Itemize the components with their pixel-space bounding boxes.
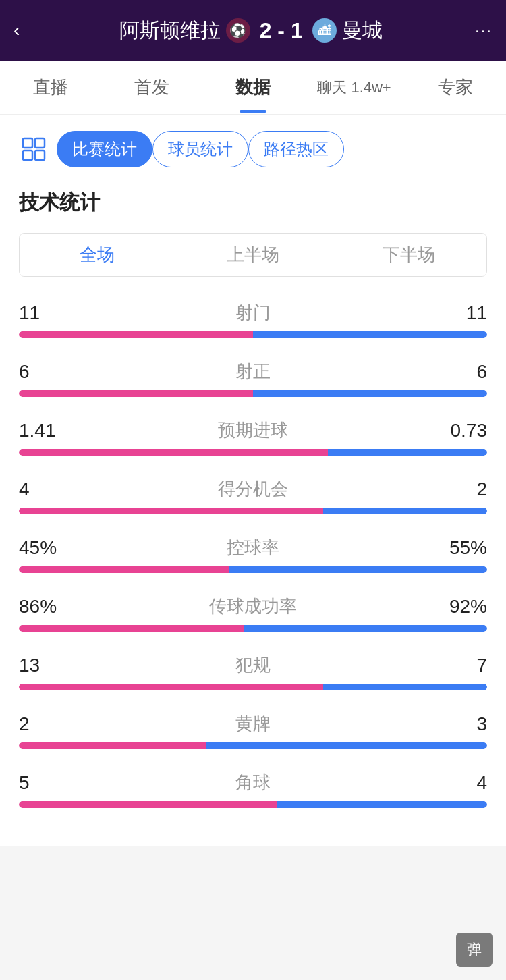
stat-bar-home (19, 742, 206, 749)
stat-row: 1.41 预期进球 0.73 (19, 418, 487, 456)
stat-bar-home (19, 684, 323, 690)
match-title: 阿斯顿维拉 ⚽ 2 - 1 🏙 曼城 (26, 17, 475, 45)
stat-name: 射正 (73, 360, 433, 383)
stat-left-value: 2 (19, 713, 73, 735)
stat-bar-home (19, 625, 244, 632)
stat-row: 45% 控球率 55% (19, 536, 487, 573)
stats-container: 11 射门 11 6 射正 6 1.41 预期进球 0.73 4 (19, 301, 487, 808)
sub-tab-match-stats[interactable]: 比赛统计 (57, 131, 152, 167)
sub-tab-heatmap[interactable]: 路径热区 (248, 131, 344, 167)
stat-bar (19, 625, 487, 632)
svg-rect-2 (23, 151, 32, 160)
stat-bar-home (19, 390, 253, 397)
stat-right-value: 55% (433, 537, 487, 559)
stat-bar (19, 801, 487, 808)
stat-row: 6 射正 6 (19, 360, 487, 397)
stat-right-value: 11 (433, 302, 487, 324)
stat-bar (19, 390, 487, 397)
tab-data[interactable]: 数据 (202, 62, 304, 113)
tab-live[interactable]: 直播 (0, 62, 101, 113)
stat-right-value: 2 (433, 479, 487, 500)
sub-navigation: 比赛统计 球员统计 路径热区 (19, 131, 487, 167)
stat-left-value: 6 (19, 361, 73, 383)
stat-row: 13 犯规 7 (19, 653, 487, 690)
stat-row: 5 角球 4 (19, 771, 487, 808)
stat-left-value: 5 (19, 772, 73, 794)
stat-bar (19, 508, 487, 514)
stat-bar-away (253, 390, 487, 397)
stat-bar-home (19, 566, 229, 573)
stat-bar-away (229, 566, 487, 573)
stat-name: 射门 (73, 301, 433, 325)
tab-lineup[interactable]: 首发 (101, 62, 202, 113)
stat-row: 2 黄牌 3 (19, 712, 487, 749)
tab-chat[interactable]: 聊天 1.4w+ (304, 64, 405, 111)
stat-bar-away (244, 625, 487, 632)
stat-name: 角球 (73, 771, 433, 794)
stat-row: 86% 传球成功率 92% (19, 595, 487, 632)
stat-left-value: 11 (19, 302, 73, 324)
stat-bar (19, 331, 487, 338)
sub-tab-player-stats[interactable]: 球员统计 (152, 131, 248, 167)
stat-right-value: 7 (433, 655, 487, 676)
period-tab-second-half[interactable]: 下半场 (331, 234, 486, 276)
svg-rect-1 (35, 138, 45, 148)
stat-right-value: 92% (433, 596, 487, 618)
stat-bar-away (323, 684, 487, 690)
period-tabs: 全场 上半场 下半场 (19, 233, 487, 277)
home-team-badge: ⚽ (226, 18, 250, 43)
stat-row: 11 射门 11 (19, 301, 487, 338)
away-team-badge: 🏙 (312, 18, 337, 43)
stat-right-value: 6 (433, 361, 487, 383)
stat-name: 传球成功率 (73, 595, 433, 618)
stat-right-value: 0.73 (433, 420, 487, 441)
back-button[interactable]: ‹ (13, 20, 20, 41)
stat-left-value: 86% (19, 596, 73, 618)
stat-name: 得分机会 (73, 477, 433, 501)
nav-tabs: 直播 首发 数据 聊天 1.4w+ 专家 (0, 61, 506, 115)
popup-hint[interactable]: 弹 (456, 933, 493, 967)
svg-rect-0 (23, 138, 32, 148)
stats-icon (19, 134, 49, 164)
content-area: 比赛统计 球员统计 路径热区 技术统计 全场 上半场 下半场 11 射门 11 … (0, 115, 506, 846)
stat-bar (19, 449, 487, 456)
period-tab-full[interactable]: 全场 (20, 234, 175, 276)
stat-bar (19, 566, 487, 573)
svg-rect-3 (35, 151, 45, 160)
stat-row: 4 得分机会 2 (19, 477, 487, 514)
match-header: ‹ 阿斯顿维拉 ⚽ 2 - 1 🏙 曼城 ··· (0, 0, 506, 61)
stat-left-value: 13 (19, 655, 73, 676)
stat-name: 犯规 (73, 653, 433, 677)
stat-bar-home (19, 801, 277, 808)
stat-name: 控球率 (73, 536, 433, 560)
section-title: 技术统计 (19, 189, 487, 217)
stat-bar-away (206, 742, 487, 749)
stat-right-value: 4 (433, 772, 487, 794)
stat-bar-away (323, 508, 487, 514)
stat-bar-home (19, 508, 323, 514)
stat-left-value: 45% (19, 537, 73, 559)
stat-bar-home (19, 331, 253, 338)
stat-name: 预期进球 (73, 418, 433, 442)
tab-expert[interactable]: 专家 (405, 62, 506, 113)
stat-left-value: 4 (19, 479, 73, 500)
period-tab-first-half[interactable]: 上半场 (175, 234, 331, 276)
stat-right-value: 3 (433, 713, 487, 735)
stat-bar-away (253, 331, 487, 338)
stat-left-value: 1.41 (19, 420, 73, 441)
stat-name: 黄牌 (73, 712, 433, 736)
stat-bar (19, 742, 487, 749)
stat-bar-away (277, 801, 487, 808)
home-team-name: 阿斯顿维拉 (119, 17, 221, 45)
match-score: 2 - 1 (260, 18, 303, 43)
stat-bar-home (19, 449, 328, 456)
more-button[interactable]: ··· (475, 21, 493, 40)
stat-bar-away (328, 449, 487, 456)
stat-bar (19, 684, 487, 690)
away-team-name: 曼城 (342, 17, 383, 45)
